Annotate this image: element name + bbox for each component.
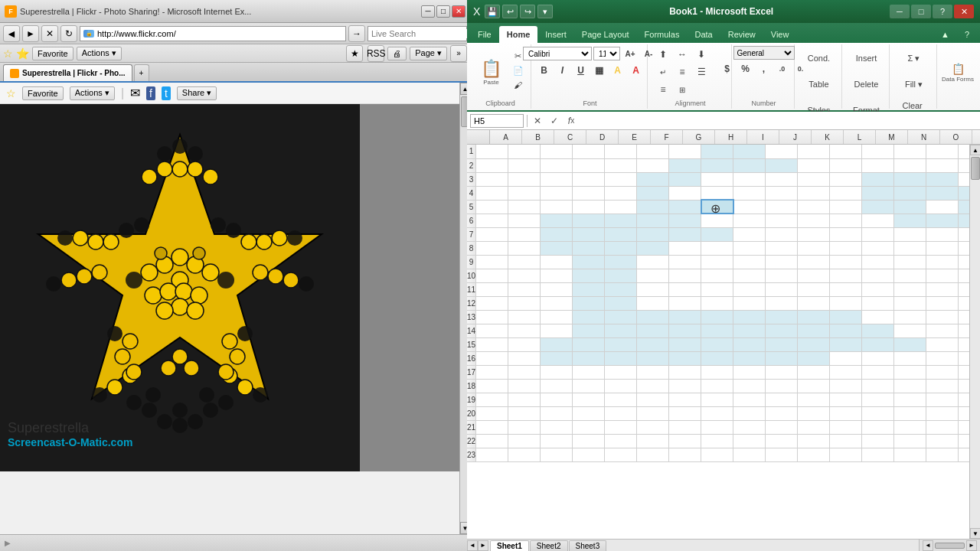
copy-button[interactable]: 📄 bbox=[510, 64, 527, 77]
active-tab[interactable]: Superestrella | Flickr - Pho... bbox=[3, 64, 132, 81]
cell-M14[interactable] bbox=[862, 324, 894, 337]
cell-L14[interactable] bbox=[830, 324, 862, 337]
font-name-select[interactable]: Calibri bbox=[523, 47, 592, 60]
cell-A6[interactable] bbox=[476, 214, 508, 227]
cell-C13[interactable] bbox=[541, 310, 573, 324]
cell-C16[interactable] bbox=[541, 351, 573, 365]
cell-G20[interactable] bbox=[669, 406, 701, 420]
cell-M16[interactable] bbox=[862, 351, 894, 365]
cell-P7[interactable] bbox=[959, 227, 969, 241]
align-center-btn[interactable]: ☰ bbox=[692, 64, 710, 80]
save-qat-btn[interactable]: 💾 bbox=[485, 5, 500, 18]
cell-C5[interactable] bbox=[541, 200, 573, 214]
row-header-7[interactable]: 7 bbox=[467, 227, 476, 241]
cell-L4[interactable] bbox=[830, 186, 862, 200]
cell-P6[interactable] bbox=[959, 214, 969, 227]
cell-J22[interactable] bbox=[766, 434, 798, 448]
cell-M18[interactable] bbox=[862, 379, 894, 393]
cell-O14[interactable] bbox=[926, 324, 959, 337]
cell-M8[interactable] bbox=[862, 241, 894, 255]
cell-C19[interactable] bbox=[541, 393, 573, 406]
cell-H6[interactable] bbox=[701, 214, 733, 227]
cell-D2[interactable] bbox=[573, 158, 605, 172]
cell-P3[interactable] bbox=[959, 172, 969, 186]
cell-P21[interactable] bbox=[959, 420, 969, 434]
cell-B3[interactable] bbox=[508, 172, 541, 186]
cell-I2[interactable] bbox=[733, 158, 766, 172]
cell-A18[interactable] bbox=[476, 379, 508, 393]
excel-restore-btn[interactable]: □ bbox=[911, 5, 931, 18]
cell-J23[interactable] bbox=[766, 448, 798, 461]
tab-data[interactable]: Data bbox=[687, 26, 720, 43]
cell-I10[interactable] bbox=[733, 269, 766, 282]
italic-button[interactable]: I bbox=[554, 63, 571, 78]
cell-F3[interactable] bbox=[637, 172, 669, 186]
cell-F1[interactable] bbox=[637, 145, 669, 158]
cell-A21[interactable] bbox=[476, 420, 508, 434]
cell-D19[interactable] bbox=[573, 393, 605, 406]
dropdown-qat-btn[interactable]: ▾ bbox=[537, 5, 553, 18]
cell-P1[interactable] bbox=[959, 145, 969, 158]
cell-P16[interactable] bbox=[959, 351, 969, 365]
cell-D13[interactable] bbox=[573, 310, 605, 324]
cell-K22[interactable] bbox=[798, 434, 830, 448]
ribbon-expand-btn[interactable]: ▲ bbox=[933, 26, 957, 43]
cell-B21[interactable] bbox=[508, 420, 541, 434]
col-header-E[interactable]: E bbox=[619, 130, 651, 144]
col-header-H[interactable]: H bbox=[715, 130, 747, 144]
cell-N16[interactable] bbox=[894, 351, 926, 365]
cell-A8[interactable] bbox=[476, 241, 508, 255]
cell-E21[interactable] bbox=[605, 420, 637, 434]
cell-H17[interactable] bbox=[701, 365, 733, 379]
cell-L10[interactable] bbox=[830, 269, 862, 282]
cell-E17[interactable] bbox=[605, 365, 637, 379]
cell-G12[interactable] bbox=[669, 296, 701, 310]
cell-F18[interactable] bbox=[637, 379, 669, 393]
cell-A11[interactable] bbox=[476, 282, 508, 296]
cell-K18[interactable] bbox=[798, 379, 830, 393]
maximize-button[interactable]: □ bbox=[436, 5, 450, 18]
cell-G13[interactable] bbox=[669, 310, 701, 324]
cell-K8[interactable] bbox=[798, 241, 830, 255]
cell-E3[interactable] bbox=[605, 172, 637, 186]
align-bottom-btn[interactable]: ⬇ bbox=[692, 46, 710, 63]
cell-E15[interactable] bbox=[605, 337, 637, 351]
cell-D1[interactable] bbox=[573, 145, 605, 158]
cell-G16[interactable] bbox=[669, 351, 701, 365]
cell-P14[interactable] bbox=[959, 324, 969, 337]
col-header-J[interactable]: J bbox=[779, 130, 812, 144]
expand-icon[interactable]: » bbox=[450, 45, 467, 62]
cell-L18[interactable] bbox=[830, 379, 862, 393]
cell-A1[interactable] bbox=[476, 145, 508, 158]
cell-J3[interactable] bbox=[766, 172, 798, 186]
fill-btn[interactable]: Fill ▾ bbox=[902, 72, 926, 96]
cell-A22[interactable] bbox=[476, 434, 508, 448]
cell-I8[interactable] bbox=[733, 241, 766, 255]
cell-K6[interactable] bbox=[798, 214, 830, 227]
cell-K12[interactable] bbox=[798, 296, 830, 310]
cell-O3[interactable] bbox=[926, 172, 959, 186]
cell-G6[interactable] bbox=[669, 214, 701, 227]
cell-M9[interactable] bbox=[862, 255, 894, 269]
row-header-9[interactable]: 9 bbox=[467, 255, 476, 269]
cell-H22[interactable] bbox=[701, 434, 733, 448]
cell-P13[interactable] bbox=[959, 310, 969, 324]
cell-K10[interactable] bbox=[798, 269, 830, 282]
cell-E5[interactable] bbox=[605, 200, 637, 214]
cell-J6[interactable] bbox=[766, 214, 798, 227]
tab-view[interactable]: View bbox=[763, 26, 797, 43]
cell-K9[interactable] bbox=[798, 255, 830, 269]
cell-M13[interactable] bbox=[862, 310, 894, 324]
tab-review[interactable]: Review bbox=[720, 26, 763, 43]
col-header-A[interactable]: A bbox=[490, 130, 522, 144]
cell-O5[interactable] bbox=[926, 200, 959, 214]
cell-L16[interactable] bbox=[830, 351, 862, 365]
row-header-21[interactable]: 21 bbox=[467, 420, 476, 434]
cell-C20[interactable] bbox=[541, 406, 573, 420]
row-header-4[interactable]: 4 bbox=[467, 186, 476, 200]
cell-F14[interactable] bbox=[637, 324, 669, 337]
col-header-F[interactable]: F bbox=[651, 130, 683, 144]
conditional-format-btn[interactable]: Cond. bbox=[807, 46, 831, 70]
cell-I20[interactable] bbox=[733, 406, 766, 420]
cell-F6[interactable] bbox=[637, 214, 669, 227]
